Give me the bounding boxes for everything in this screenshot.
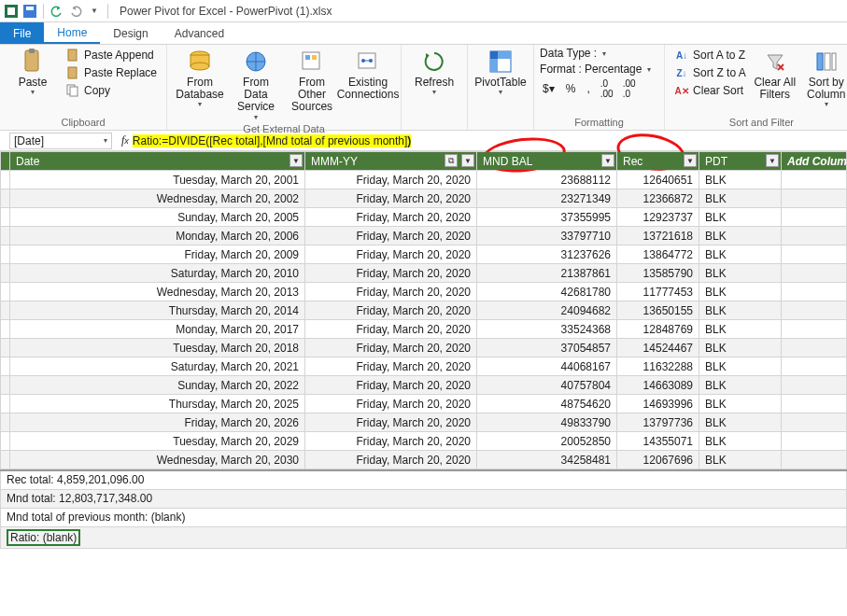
cell-date[interactable]: Friday, March 20, 2009 <box>10 245 305 264</box>
cell-add[interactable] <box>782 208 847 227</box>
cell-mmm[interactable]: Friday, March 20, 2020 <box>305 432 477 451</box>
cell-pdt[interactable]: BLK <box>699 227 782 245</box>
cell-mmm[interactable]: Friday, March 20, 2020 <box>305 376 477 395</box>
refresh-button[interactable]: Refresh▾ <box>407 47 461 99</box>
cell-rec[interactable]: 13721618 <box>617 227 699 245</box>
cell-date[interactable]: Friday, March 20, 2026 <box>10 413 305 432</box>
cell-mnd[interactable]: 20052850 <box>477 432 617 451</box>
undo-icon[interactable] <box>49 4 64 19</box>
cell-mmm[interactable]: Friday, March 20, 2020 <box>305 301 477 320</box>
cell-rec[interactable]: 12923737 <box>617 208 699 227</box>
cell-mnd[interactable]: 23688112 <box>477 171 617 189</box>
cell-date[interactable]: Tuesday, March 20, 2001 <box>10 171 305 189</box>
cell-date[interactable]: Sunday, March 20, 2022 <box>10 376 305 395</box>
sort-za-button[interactable]: Z↓Sort Z to A <box>671 64 750 81</box>
table-row[interactable]: Monday, March 20, 2006Friday, March 20, … <box>1 227 847 245</box>
row-header[interactable] <box>1 227 10 245</box>
percent-button[interactable]: % <box>563 82 579 95</box>
save-icon[interactable] <box>22 4 37 19</box>
fx-icon[interactable]: fx <box>121 133 129 147</box>
cell-mnd[interactable]: 49833790 <box>477 413 617 432</box>
cell-date[interactable]: Wednesday, March 20, 2013 <box>10 283 305 301</box>
tab-design[interactable]: Design <box>100 22 161 44</box>
cell-add[interactable] <box>782 264 847 283</box>
cell-rec[interactable]: 13797736 <box>617 413 699 432</box>
redo-icon[interactable] <box>68 4 83 19</box>
cell-date[interactable]: Wednesday, March 20, 2030 <box>10 451 305 469</box>
existing-connections-button[interactable]: Existing Connections <box>341 47 395 103</box>
from-database-button[interactable]: From Database▾ <box>173 47 227 111</box>
cell-mmm[interactable]: Friday, March 20, 2020 <box>305 189 477 208</box>
cell-mmm[interactable]: Friday, March 20, 2020 <box>305 339 477 357</box>
cell-pdt[interactable]: BLK <box>699 171 782 189</box>
rowhdr-corner[interactable] <box>1 152 10 171</box>
table-row[interactable]: Thursday, March 20, 2014Friday, March 20… <box>1 301 847 320</box>
cell-mnd[interactable]: 24094682 <box>477 301 617 320</box>
cell-mmm[interactable]: Friday, March 20, 2020 <box>305 451 477 469</box>
row-header[interactable] <box>1 245 10 264</box>
cell-pdt[interactable]: BLK <box>699 301 782 320</box>
cell-mnd[interactable]: 48754620 <box>477 395 617 413</box>
cell-date[interactable]: Monday, March 20, 2006 <box>10 227 305 245</box>
tab-home[interactable]: Home <box>44 22 100 44</box>
cell-date[interactable]: Thursday, March 20, 2014 <box>10 301 305 320</box>
tab-advanced[interactable]: Advanced <box>162 22 237 44</box>
relationship-icon[interactable]: ⧉ <box>445 154 458 167</box>
table-row[interactable]: Tuesday, March 20, 2001Friday, March 20,… <box>1 171 847 189</box>
cell-rec[interactable]: 14663089 <box>617 376 699 395</box>
cell-mnd[interactable]: 40757804 <box>477 376 617 395</box>
cell-add[interactable] <box>782 245 847 264</box>
format-row[interactable]: Format : Percentage▾ <box>540 63 658 76</box>
cell-pdt[interactable]: BLK <box>699 283 782 301</box>
cell-rec[interactable]: 13585790 <box>617 264 699 283</box>
table-row[interactable]: Saturday, March 20, 2021Friday, March 20… <box>1 357 847 376</box>
cell-pdt[interactable]: BLK <box>699 320 782 339</box>
comma-button[interactable]: , <box>584 82 592 95</box>
summary-ratio-cell[interactable]: Ratio: (blank) <box>1 526 847 548</box>
cell-pdt[interactable]: BLK <box>699 245 782 264</box>
cell-rec[interactable]: 13864772 <box>617 245 699 264</box>
cell-mnd[interactable]: 42681780 <box>477 283 617 301</box>
table-row[interactable]: Wednesday, March 20, 2002Friday, March 2… <box>1 189 847 208</box>
cell-pdt[interactable]: BLK <box>699 339 782 357</box>
table-row[interactable]: Wednesday, March 20, 2013Friday, March 2… <box>1 283 847 301</box>
cell-add[interactable] <box>782 357 847 376</box>
cell-add[interactable] <box>782 227 847 245</box>
row-header[interactable] <box>1 413 10 432</box>
cell-pdt[interactable]: BLK <box>699 189 782 208</box>
cell-pdt[interactable]: BLK <box>699 357 782 376</box>
cell-mmm[interactable]: Friday, March 20, 2020 <box>305 413 477 432</box>
datatype-row[interactable]: Data Type :▾ <box>540 47 658 60</box>
cell-mmm[interactable]: Friday, March 20, 2020 <box>305 264 477 283</box>
cell-mmm[interactable]: Friday, March 20, 2020 <box>305 171 477 189</box>
cell-rec[interactable]: 14355071 <box>617 432 699 451</box>
row-header[interactable] <box>1 395 10 413</box>
cell-mnd[interactable]: 33524368 <box>477 320 617 339</box>
cell-pdt[interactable]: BLK <box>699 395 782 413</box>
increase-decimal-button[interactable]: .0.00 <box>599 78 615 99</box>
table-row[interactable]: Tuesday, March 20, 2018Friday, March 20,… <box>1 339 847 357</box>
formula-input[interactable]: Ratio:=DIVIDE([Rec total],[Mnd total of … <box>133 134 411 147</box>
cell-add[interactable] <box>782 189 847 208</box>
data-grid[interactable]: Date▼ MMM-YY⧉▼ MND BAL▼ Rec▼ PDT▼ Add Co… <box>0 151 847 469</box>
cell-add[interactable] <box>782 413 847 432</box>
cell-pdt[interactable]: BLK <box>699 413 782 432</box>
paste-replace-button[interactable]: Paste Replace <box>62 64 161 81</box>
filter-drop-icon[interactable]: ▼ <box>766 154 779 167</box>
sort-az-button[interactable]: A↓Sort A to Z <box>671 47 750 63</box>
table-row[interactable]: Sunday, March 20, 2022Friday, March 20, … <box>1 376 847 395</box>
table-row[interactable]: Saturday, March 20, 2010Friday, March 20… <box>1 264 847 283</box>
table-row[interactable]: Monday, March 20, 2017Friday, March 20, … <box>1 320 847 339</box>
row-header[interactable] <box>1 320 10 339</box>
row-header[interactable] <box>1 189 10 208</box>
cell-mmm[interactable]: Friday, March 20, 2020 <box>305 208 477 227</box>
cell-rec[interactable]: 14524467 <box>617 339 699 357</box>
cell-mmm[interactable]: Friday, March 20, 2020 <box>305 320 477 339</box>
col-rec[interactable]: Rec▼ <box>617 152 699 171</box>
clear-filters-button[interactable]: Clear All Filters <box>752 47 798 103</box>
currency-button[interactable]: $▾ <box>540 82 558 95</box>
cell-mmm[interactable]: Friday, March 20, 2020 <box>305 227 477 245</box>
cell-mmm[interactable]: Friday, March 20, 2020 <box>305 283 477 301</box>
summary-mnd-total[interactable]: Mnd total: 12,803,717,348.00 <box>1 489 847 508</box>
row-header[interactable] <box>1 339 10 357</box>
